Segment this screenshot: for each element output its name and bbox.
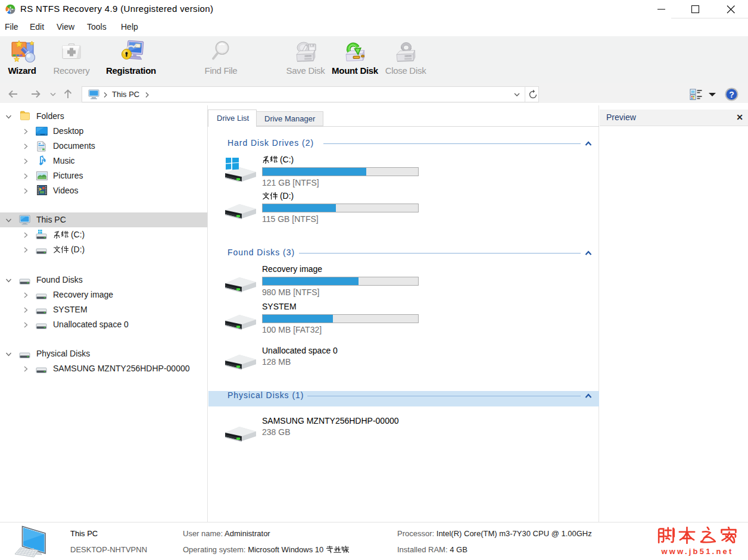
svg-text:?: ? xyxy=(729,90,734,99)
